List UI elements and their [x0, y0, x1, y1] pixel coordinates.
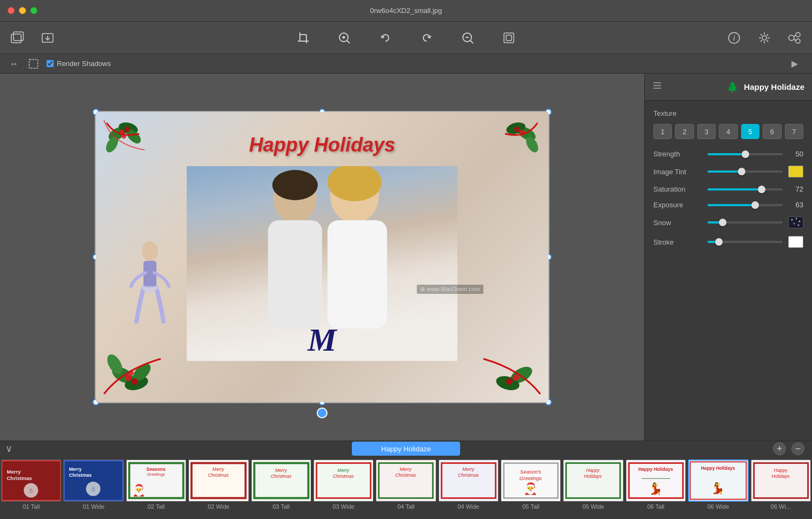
share-icon[interactable] — [785, 28, 804, 48]
snow-color[interactable] — [788, 216, 803, 228]
settings-icon[interactable] — [755, 28, 774, 48]
remove-template-button[interactable]: − — [791, 442, 804, 455]
list-item[interactable]: Merry Christmas 04 Wide — [437, 458, 500, 517]
film-thumb[interactable]: Merry Christmas ☃ — [1, 459, 61, 502]
saturation-slider-row: Saturation 72 — [653, 185, 803, 193]
stroke-color[interactable] — [788, 236, 803, 248]
film-thumb[interactable]: Merry Christmas — [438, 459, 499, 502]
filmstrip-container: ∨ Happy Holidaze + − Merry Christmas ☃ 0… — [0, 441, 812, 519]
film-thumb[interactable]: Merry Christmas — [188, 459, 248, 502]
svg-text:🎅: 🎅 — [523, 482, 538, 496]
texture-btn-2[interactable]: 2 — [675, 124, 693, 139]
svg-point-44 — [132, 378, 138, 385]
svg-text:💃: 💃 — [649, 482, 663, 496]
list-item[interactable]: Happy Holidays 💃 06 Wide — [687, 458, 749, 517]
film-item-label: 03 Tall — [272, 503, 290, 510]
list-item[interactable]: Merry Christmas 03 Wide — [312, 458, 375, 517]
zoom-out-icon[interactable] — [458, 28, 477, 48]
add-template-button[interactable]: + — [773, 442, 786, 455]
film-item-label: 06 Tall — [647, 503, 665, 510]
move-tool-icon[interactable]: ↔ — [8, 57, 21, 70]
holly-bottom-left — [101, 341, 166, 397]
rotate-handle[interactable] — [317, 408, 328, 418]
film-thumb[interactable]: Season's Greetings 🎅 — [501, 459, 561, 502]
saturation-track[interactable] — [708, 188, 783, 190]
strength-track[interactable] — [708, 153, 783, 155]
panel-list-icon[interactable] — [652, 81, 662, 93]
filmstrip-chevron[interactable]: ∨ — [5, 441, 12, 456]
list-item[interactable]: Happy Holidays 06 Wi... — [750, 458, 812, 517]
film-thumb[interactable]: Merry Christmas ☃ — [63, 459, 123, 502]
render-shadows-checkbox[interactable] — [47, 60, 54, 67]
svg-text:Happy: Happy — [774, 468, 787, 473]
image-tint-color[interactable] — [788, 166, 803, 178]
list-item[interactable]: Merry Christmas 03 Tall — [250, 458, 312, 517]
filmstrip-label: Happy Holidaze — [352, 442, 460, 456]
list-item[interactable]: Happy Holidays 05 Wide — [562, 458, 624, 517]
crop-icon[interactable] — [293, 28, 313, 48]
svg-point-38 — [514, 127, 520, 132]
film-item-label: 04 Tall — [397, 503, 415, 510]
texture-btn-7[interactable]: 7 — [785, 124, 803, 139]
list-item[interactable]: Merry Christmas 04 Tall — [375, 458, 437, 517]
svg-text:Merry: Merry — [275, 468, 287, 473]
svg-point-62 — [791, 219, 793, 221]
svg-rect-122 — [751, 461, 810, 501]
svg-rect-92 — [314, 461, 373, 501]
expand-icon[interactable]: ▶ — [785, 54, 804, 74]
rotate-left-icon[interactable] — [376, 28, 395, 48]
svg-text:Season's: Season's — [520, 469, 541, 475]
film-thumb[interactable]: Happy Holidays — [751, 459, 811, 502]
minimize-button[interactable] — [19, 7, 26, 14]
select-tool-icon[interactable] — [27, 57, 40, 70]
snow-track[interactable] — [708, 221, 783, 224]
svg-point-32 — [125, 127, 130, 132]
film-item-label: 05 Wide — [582, 503, 604, 510]
texture-btn-5[interactable]: 5 — [741, 124, 759, 139]
list-item[interactable]: Merry Christmas 02 Wide — [187, 458, 250, 517]
svg-point-56 — [142, 241, 158, 261]
texture-btn-4[interactable]: 4 — [719, 124, 737, 139]
film-thumb[interactable]: Happy Holidays — [563, 459, 623, 502]
snow-slider-row: Snow — [653, 216, 803, 228]
film-thumb[interactable]: Merry Christmas — [376, 459, 436, 502]
texture-buttons: 1 2 3 4 5 6 7 — [653, 124, 803, 139]
film-thumb[interactable]: Merry Christmas — [251, 459, 311, 502]
film-thumb[interactable]: Happy Holidays 💃 — [626, 459, 686, 502]
exposure-track[interactable] — [708, 204, 783, 206]
list-item[interactable]: Seasons Greetings 🎅 02 Tall — [125, 458, 187, 517]
fit-icon[interactable] — [499, 28, 519, 48]
exposure-value: 63 — [788, 201, 803, 209]
import-icon[interactable] — [38, 28, 57, 48]
filmstrip-scroll[interactable]: Merry Christmas ☃ 01 Tall Merry Christma… — [0, 456, 812, 519]
texture-btn-6[interactable]: 6 — [763, 124, 781, 139]
list-item[interactable]: Merry Christmas ☃ 01 Wide — [62, 458, 125, 517]
rotate-right-icon[interactable] — [417, 28, 436, 48]
film-item-label: 04 Wide — [457, 503, 479, 510]
close-button[interactable] — [8, 7, 15, 14]
texture-section-label: Texture — [653, 109, 803, 117]
film-thumb[interactable]: Merry Christmas — [313, 459, 374, 502]
image-tint-track[interactable] — [708, 170, 783, 173]
photo-library-icon[interactable] — [8, 28, 27, 48]
texture-btn-1[interactable]: 1 — [653, 124, 672, 139]
list-item[interactable]: Happy Holidays 💃 06 Tall — [625, 458, 687, 517]
film-thumb[interactable]: Happy Holidays 💃 — [688, 459, 748, 502]
list-item[interactable]: Season's Greetings 🎅 05 Tall — [500, 458, 562, 517]
svg-line-15 — [470, 41, 473, 43]
texture-btn-3[interactable]: 3 — [697, 124, 716, 139]
svg-text:Christmas: Christmas — [333, 474, 354, 479]
film-item-label: 05 Tall — [522, 503, 540, 510]
svg-text:Happy Holidays: Happy Holidays — [638, 467, 673, 472]
svg-point-63 — [796, 218, 797, 220]
zoom-in-icon[interactable] — [335, 28, 354, 48]
info-icon[interactable]: i — [724, 28, 744, 48]
stroke-track[interactable] — [708, 241, 783, 243]
svg-rect-26 — [29, 60, 38, 68]
film-thumb[interactable]: Seasons Greetings 🎅 — [126, 459, 186, 502]
list-item[interactable]: Merry Christmas ☃ 01 Tall — [0, 458, 62, 517]
render-shadows-checkbox-wrapper[interactable]: Render Shadows — [47, 60, 111, 68]
svg-text:Christmas: Christmas — [7, 475, 32, 481]
panel-content: Texture 1 2 3 4 5 6 7 Strength 50 — [645, 101, 812, 441]
maximize-button[interactable] — [30, 7, 37, 14]
